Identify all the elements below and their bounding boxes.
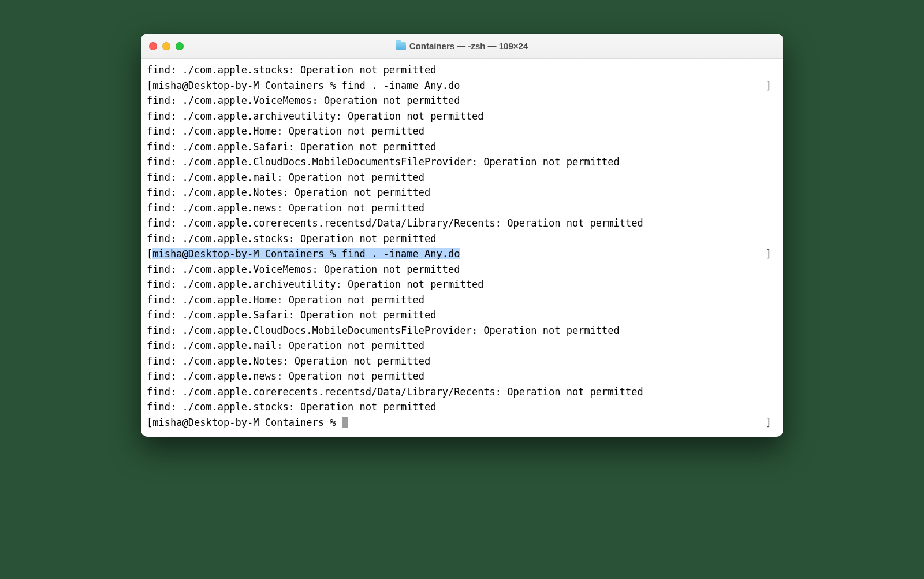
prompt-text: misha@Desktop-by-M Containers % (152, 417, 342, 428)
prompt-text: misha@Desktop-by-M Containers % find . -… (152, 80, 460, 91)
output-line: find: ./com.apple.mail: Operation not pe… (147, 338, 777, 354)
output-line: find: ./com.apple.news: Operation not pe… (147, 201, 777, 216)
output-line: find: ./com.apple.news: Operation not pe… (147, 369, 777, 384)
output-line: find: ./com.apple.stocks: Operation not … (147, 231, 777, 247)
output-line: find: ./com.apple.mail: Operation not pe… (147, 170, 777, 185)
output-line: find: ./com.apple.Notes: Operation not p… (147, 354, 777, 369)
output-line: find: ./com.apple.CloudDocs.MobileDocume… (147, 323, 777, 339)
cursor (342, 417, 348, 428)
bracket-right: ] (766, 246, 772, 262)
output-line: find: ./com.apple.stocks: Operation not … (147, 62, 777, 78)
output-line: find: ./com.apple.VoiceMemos: Operation … (147, 262, 777, 277)
output-line: find: ./com.apple.corerecents.recentsd/D… (147, 216, 777, 231)
folder-icon (396, 42, 406, 50)
output-line: find: ./com.apple.archiveutility: Operat… (147, 277, 777, 292)
window-title: Containers — -zsh — 109×24 (141, 41, 783, 51)
bracket-right: ] (766, 78, 772, 94)
prompt-text: misha@Desktop-by-M Containers % find . -… (152, 248, 460, 259)
zoom-button[interactable] (176, 42, 184, 50)
title-bar: Containers — -zsh — 109×24 (141, 34, 783, 59)
bracket-left: [ (147, 80, 152, 91)
bracket-left: [ (147, 417, 152, 428)
output-line: find: ./com.apple.Home: Operation not pe… (147, 292, 777, 308)
output-line: find: ./com.apple.Notes: Operation not p… (147, 185, 777, 201)
output-line: find: ./com.apple.Safari: Operation not … (147, 307, 777, 323)
output-line: find: ./com.apple.CloudDocs.MobileDocume… (147, 154, 777, 170)
output-line: find: ./com.apple.corerecents.recentsd/D… (147, 384, 777, 400)
prompt-line: [misha@Desktop-by-M Containers % find . … (147, 78, 777, 94)
bracket-right: ] (766, 415, 772, 430)
output-line: find: ./com.apple.Safari: Operation not … (147, 139, 777, 155)
prompt-line: [misha@Desktop-by-M Containers % ] (147, 415, 777, 430)
output-line: find: ./com.apple.stocks: Operation not … (147, 399, 777, 415)
minimize-button[interactable] (162, 42, 170, 50)
output-line: find: ./com.apple.Home: Operation not pe… (147, 124, 777, 139)
traffic-lights (149, 42, 184, 50)
window-title-text: Containers — -zsh — 109×24 (409, 41, 528, 51)
output-line: find: ./com.apple.VoiceMemos: Operation … (147, 93, 777, 109)
bracket-left: [ (147, 248, 152, 259)
terminal-body[interactable]: find: ./com.apple.stocks: Operation not … (141, 59, 783, 437)
prompt-line: [misha@Desktop-by-M Containers % find . … (147, 246, 777, 262)
output-line: find: ./com.apple.archiveutility: Operat… (147, 109, 777, 124)
terminal-window: Containers — -zsh — 109×24 find: ./com.a… (141, 34, 783, 437)
close-button[interactable] (149, 42, 157, 50)
